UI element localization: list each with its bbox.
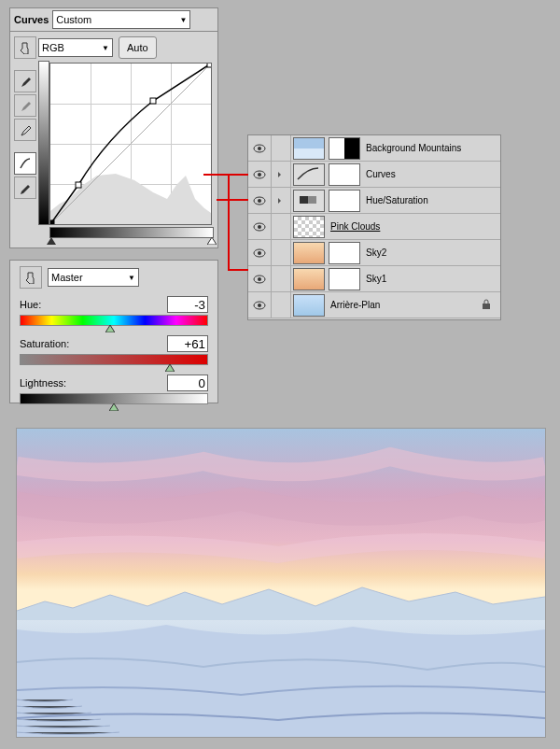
- curve-graph[interactable]: [49, 63, 212, 225]
- svg-rect-17: [300, 196, 308, 204]
- connector-line: [217, 199, 248, 201]
- svg-point-23: [258, 277, 261, 281]
- layer-mask-thumbnail[interactable]: [329, 242, 360, 264]
- layer-name-label[interactable]: Arrière-Plan: [330, 300, 380, 310]
- svg-point-11: [258, 147, 261, 150]
- channel-value: RGB: [42, 42, 64, 53]
- layer-thumbnail[interactable]: [293, 216, 325, 238]
- layer-name-label[interactable]: Sky1: [366, 274, 386, 284]
- visibility-eye-icon[interactable]: [248, 188, 272, 213]
- layer-mask-thumbnail[interactable]: [329, 268, 360, 290]
- chevron-down-icon: ▼: [128, 274, 135, 282]
- layer-row[interactable]: Hue/Saturation: [248, 188, 500, 214]
- preset-value: Custom: [56, 14, 91, 25]
- hue-label: Hue:: [20, 299, 41, 310]
- curves-panel: Curves Custom▼ RGB▼ Auto: [9, 7, 218, 248]
- layer-name-label[interactable]: Pink Clouds: [330, 221, 380, 232]
- lightness-slider-row: Lightness:: [20, 374, 208, 404]
- curve-tool-icon[interactable]: [14, 152, 36, 175]
- layer-name-label[interactable]: Curves: [366, 169, 396, 179]
- curves-preset-dropdown[interactable]: Custom▼: [52, 10, 190, 29]
- curves-body: RGB▼ Auto: [38, 36, 212, 225]
- hue-slider-row: Hue:: [20, 296, 208, 326]
- hue-channel-dropdown[interactable]: Master▼: [48, 268, 139, 287]
- eyedropper-white-icon[interactable]: [14, 119, 36, 141]
- svg-point-15: [258, 199, 261, 203]
- connector-line: [203, 174, 248, 176]
- curves-controls: RGB▼ Auto: [38, 36, 212, 59]
- svg-marker-6: [207, 237, 217, 245]
- layer-row[interactable]: Background Mountains: [248, 135, 500, 162]
- lightness-slider[interactable]: [20, 393, 208, 404]
- layer-thumbnail[interactable]: [293, 294, 325, 317]
- lock-icon: [482, 299, 491, 312]
- layer-thumbnail[interactable]: [293, 242, 325, 264]
- layer-name-label[interactable]: Background Mountains: [366, 143, 461, 153]
- connector-line: [228, 269, 248, 271]
- svg-point-25: [258, 304, 261, 307]
- svg-rect-4: [207, 64, 211, 67]
- saturation-label: Saturation:: [20, 338, 69, 349]
- chevron-down-icon: ▼: [102, 44, 109, 52]
- svg-marker-8: [165, 364, 175, 372]
- result-preview: [16, 428, 546, 738]
- layer-row[interactable]: Curves: [248, 162, 500, 188]
- svg-marker-7: [105, 325, 115, 332]
- layer-row[interactable]: Arrière-Plan: [248, 292, 500, 318]
- slider-handle[interactable]: [105, 325, 115, 332]
- visibility-eye-icon[interactable]: [248, 162, 272, 187]
- svg-point-21: [258, 251, 261, 255]
- svg-point-19: [258, 225, 261, 229]
- slider-handle[interactable]: [109, 403, 119, 411]
- channel-dropdown[interactable]: RGB▼: [38, 38, 113, 57]
- visibility-eye-icon[interactable]: [248, 135, 272, 161]
- connector-line: [228, 174, 230, 271]
- hue-input[interactable]: [167, 296, 208, 313]
- pencil-tool-icon[interactable]: [14, 177, 36, 199]
- auto-button[interactable]: Auto: [119, 36, 157, 59]
- hue-slider[interactable]: [20, 315, 208, 326]
- layer-mask-thumbnail[interactable]: [329, 163, 360, 186]
- layer-thumbnail[interactable]: [293, 190, 325, 212]
- layer-mask-thumbnail[interactable]: [329, 137, 360, 160]
- layer-mask-thumbnail[interactable]: [329, 190, 360, 212]
- layer-thumbnail[interactable]: [293, 163, 325, 186]
- layer-name-label[interactable]: Hue/Saturation: [366, 195, 428, 205]
- visibility-eye-icon[interactable]: [248, 292, 272, 318]
- lightness-input[interactable]: [167, 374, 208, 391]
- svg-point-13: [258, 173, 261, 177]
- layer-row[interactable]: Sky2: [248, 240, 500, 266]
- clip-indicator-icon: [272, 162, 291, 187]
- eyedropper-black-icon[interactable]: [14, 70, 36, 92]
- finger-tool-icon[interactable]: [14, 36, 36, 59]
- svg-rect-1: [76, 182, 81, 188]
- layer-thumbnail[interactable]: [293, 268, 325, 290]
- hue-saturation-panel: Master▼ Hue: Saturation: Lightness:: [9, 260, 218, 403]
- hue-channel-value: Master: [51, 272, 83, 283]
- input-gradient: [49, 227, 214, 238]
- svg-marker-5: [47, 237, 56, 245]
- saturation-input[interactable]: [167, 335, 208, 352]
- layer-name-label[interactable]: Sky2: [366, 247, 386, 258]
- curves-title: Curves: [14, 14, 49, 25]
- svg-rect-3: [50, 220, 54, 224]
- slider-handle[interactable]: [165, 364, 175, 372]
- layer-thumbnail[interactable]: [293, 137, 325, 160]
- chevron-down-icon: ▼: [179, 16, 187, 24]
- layers-panel: Background MountainsCurvesHue/Saturation…: [247, 134, 501, 320]
- layer-row[interactable]: Pink Clouds: [248, 214, 500, 240]
- visibility-eye-icon[interactable]: [248, 266, 272, 291]
- curves-tab: Curves Custom▼: [10, 8, 217, 32]
- lightness-label: Lightness:: [20, 377, 66, 389]
- svg-rect-26: [483, 304, 490, 309]
- layer-row[interactable]: Sky1: [248, 266, 500, 292]
- svg-marker-9: [109, 403, 119, 411]
- clip-indicator-icon: [272, 188, 291, 213]
- finger-tool-icon[interactable]: [20, 266, 42, 289]
- saturation-slider-row: Saturation:: [20, 335, 208, 365]
- eyedropper-gray-icon[interactable]: [14, 94, 36, 117]
- svg-rect-2: [150, 98, 156, 104]
- visibility-eye-icon[interactable]: [248, 214, 272, 239]
- saturation-slider[interactable]: [20, 354, 208, 365]
- visibility-eye-icon[interactable]: [248, 240, 272, 265]
